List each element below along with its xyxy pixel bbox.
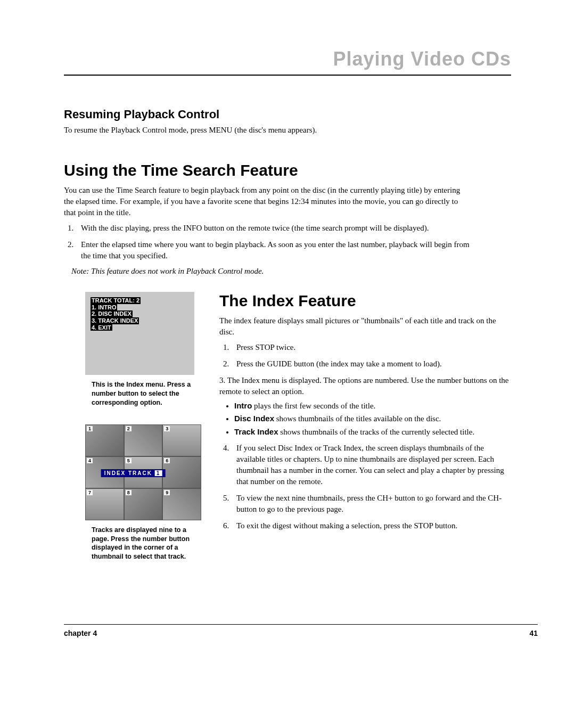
- timesearch-steps: With the disc playing, press the INFO bu…: [64, 223, 480, 261]
- index-step-5: To view the next nine thumbnails, press …: [231, 493, 511, 515]
- track-grid-label: INDEX TRACK 1: [101, 469, 166, 477]
- index-menu-figure: TRACK TOTAL: 2 1. INTRO 2. DISC INDEX 3.…: [85, 292, 194, 375]
- timesearch-note: Note: This feature does not work in Play…: [71, 267, 511, 276]
- chapter-title: Playing Video CDs: [64, 48, 511, 76]
- menu-line-total: TRACK TOTAL: 2: [91, 297, 141, 304]
- index-steps-456: If you select Disc Index or Track Index,…: [219, 443, 511, 531]
- index-step-6: To exit the digest without making a sele…: [231, 520, 511, 531]
- index-body: The index feature displays small picture…: [219, 315, 511, 338]
- timesearch-heading: Using the Time Search Feature: [64, 161, 511, 179]
- resume-body: To resume the Playback Control mode, pre…: [64, 125, 469, 136]
- menu-line-1: 1. INTRO: [91, 304, 117, 311]
- manual-page: Playing Video CDs Resuming Playback Cont…: [0, 0, 575, 728]
- index-feature-column: The Index Feature The index feature disp…: [219, 292, 511, 561]
- timesearch-step-1: With the disc playing, press the INFO bu…: [76, 223, 480, 234]
- track-grid-caption: Tracks are displayed nine to a page. Pre…: [92, 526, 202, 562]
- index-step-1: Press STOP twice.: [231, 342, 511, 353]
- bullet-intro: Intro plays the first few seconds of the…: [234, 399, 511, 412]
- footer-chapter: chapter 4: [64, 629, 97, 637]
- index-step-3: 3. The Index menu is displayed. The opti…: [219, 375, 511, 397]
- figures-column: TRACK TOTAL: 2 1. INTRO 2. DISC INDEX 3.…: [64, 292, 202, 561]
- index-menu-caption: This is the Index menu. Press a number b…: [92, 380, 201, 407]
- index-bullets: Intro plays the first few seconds of the…: [234, 399, 511, 438]
- timesearch-body: You can use the Time Search feature to b…: [64, 185, 469, 218]
- menu-line-2: 2. DISC INDEX: [91, 310, 133, 317]
- footer-page-number: 41: [529, 629, 538, 637]
- bullet-track-index: Track Index shows thumbnails of the trac…: [234, 426, 511, 438]
- index-step-4: If you select Disc Index or Track Index,…: [231, 443, 511, 487]
- bullet-disc-index: Disc Index shows thumbnails of the title…: [234, 412, 511, 425]
- menu-line-3: 3. TRACK INDEX: [91, 317, 139, 324]
- index-steps-12: Press STOP twice. Press the GUIDE button…: [219, 342, 511, 370]
- menu-line-4: 4. EXIT: [91, 324, 112, 331]
- index-heading: The Index Feature: [219, 292, 511, 310]
- index-step-2: Press the GUIDE button (the index may ta…: [231, 358, 511, 370]
- timesearch-step-2: Enter the elapsed time where you want to…: [76, 239, 480, 261]
- resume-heading: Resuming Playback Control: [64, 108, 511, 121]
- page-footer: chapter 4 41: [64, 624, 538, 637]
